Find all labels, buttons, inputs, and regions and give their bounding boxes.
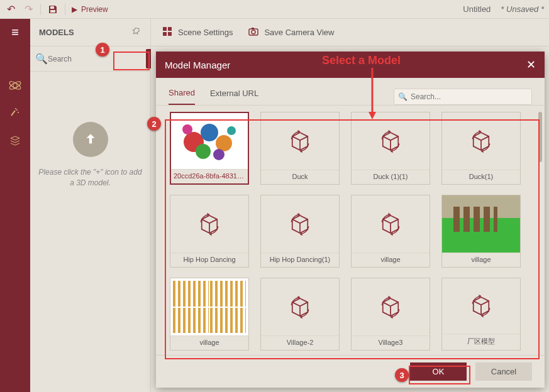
pin-icon[interactable] bbox=[131, 26, 141, 38]
tab-shared[interactable]: Shared bbox=[169, 88, 195, 105]
model-card[interactable]: 20ccd26a-8bfa-4831-ab82-... bbox=[170, 112, 249, 185]
svg-point-20 bbox=[182, 124, 192, 134]
top-toolbar: ↶ ↷ ▶ Preview Untitled * Unsaved * bbox=[0, 0, 549, 19]
model-card-label: Hip Hop Dancing bbox=[170, 253, 248, 267]
svg-rect-9 bbox=[168, 27, 172, 31]
search-icon: 🔍 bbox=[35, 53, 48, 65]
close-icon[interactable]: ✕ bbox=[526, 58, 536, 72]
search-icon: 🔍 bbox=[398, 92, 408, 101]
cancel-button[interactable]: Cancel bbox=[475, 362, 532, 381]
model-card[interactable]: Hip Hop Dancing bbox=[170, 195, 249, 268]
layers-nav-icon[interactable] bbox=[7, 133, 23, 149]
upload-placeholder-icon bbox=[73, 122, 108, 157]
annotation-step-1: 1 bbox=[96, 43, 109, 57]
model-card-label: village bbox=[170, 335, 248, 350]
modal-tabs: Shared External URL 🔍 bbox=[156, 78, 545, 106]
scene-settings-button[interactable]: Scene Settings bbox=[162, 26, 233, 39]
model-card-label: 厂区模型 bbox=[442, 334, 520, 350]
model-thumbnail bbox=[170, 278, 248, 335]
model-thumbnail bbox=[352, 112, 430, 170]
model-card[interactable]: Duck (1)(1) bbox=[351, 112, 430, 185]
play-icon: ▶ bbox=[72, 5, 77, 14]
camera-icon bbox=[248, 26, 259, 39]
model-thumbnail bbox=[352, 195, 430, 253]
document-title: Untitled bbox=[463, 4, 491, 14]
model-thumbnail bbox=[171, 113, 248, 169]
svg-point-7 bbox=[15, 108, 16, 109]
model-thumbnail bbox=[442, 195, 520, 253]
effects-nav-icon[interactable] bbox=[7, 105, 23, 121]
panel-title: MODELS bbox=[39, 28, 74, 37]
model-thumbnail bbox=[442, 278, 520, 334]
model-card-label: 20ccd26a-8bfa-4831-ab82-... bbox=[171, 169, 248, 183]
modal-search-input[interactable] bbox=[394, 89, 532, 105]
model-card[interactable]: village bbox=[441, 195, 521, 268]
annotation-step-3: 3 bbox=[395, 368, 409, 382]
model-card[interactable]: Village3 bbox=[351, 278, 430, 351]
svg-rect-8 bbox=[163, 27, 167, 31]
nav-rail: ≡ bbox=[0, 19, 30, 392]
model-card[interactable]: Village-2 bbox=[260, 278, 340, 351]
save-camera-label: Save Camera View bbox=[264, 28, 334, 37]
svg-rect-10 bbox=[163, 32, 167, 36]
scrollbar[interactable] bbox=[538, 112, 542, 162]
model-card[interactable]: Duck(1) bbox=[441, 112, 521, 185]
model-thumbnail bbox=[261, 112, 339, 170]
svg-point-5 bbox=[16, 109, 18, 111]
model-thumbnail bbox=[352, 278, 430, 335]
model-card-label: village bbox=[352, 253, 430, 267]
model-thumbnail bbox=[170, 195, 248, 253]
models-panel: MODELS 🔍 ＋ Add Please click the "+" icon… bbox=[30, 19, 151, 392]
annotation-step-2: 2 bbox=[147, 117, 161, 131]
preview-label: Preview bbox=[81, 5, 108, 14]
svg-point-21 bbox=[227, 126, 236, 135]
scene-settings-icon bbox=[162, 26, 173, 39]
model-card[interactable]: 厂区模型 bbox=[441, 278, 521, 351]
panel-empty-message: Please click the "+" icon to add a 3D mo… bbox=[30, 167, 150, 188]
preview-button[interactable]: ▶ Preview bbox=[72, 5, 108, 14]
model-card-label: village bbox=[442, 253, 520, 267]
model-card-label: Village3 bbox=[352, 335, 430, 350]
model-manager-modal: Model Manager ✕ Shared External URL 🔍 20… bbox=[156, 52, 545, 388]
save-camera-button[interactable]: Save Camera View bbox=[248, 26, 334, 39]
svg-rect-11 bbox=[168, 32, 172, 36]
menu-icon[interactable]: ≡ bbox=[11, 25, 19, 40]
model-thumbnail bbox=[261, 195, 339, 253]
ok-button[interactable]: OK bbox=[410, 362, 467, 381]
svg-rect-1 bbox=[50, 10, 55, 13]
model-card-label: Duck(1) bbox=[442, 170, 520, 184]
svg-rect-14 bbox=[252, 28, 254, 30]
svg-point-16 bbox=[201, 124, 218, 141]
document-status: * Unsaved * bbox=[501, 4, 544, 14]
redo-icon[interactable]: ↷ bbox=[23, 4, 34, 15]
model-thumbnail bbox=[261, 278, 339, 335]
modal-title: Model Manager bbox=[165, 60, 230, 70]
model-thumbnail bbox=[442, 112, 520, 170]
svg-point-6 bbox=[18, 112, 19, 113]
modal-header: Model Manager ✕ bbox=[156, 52, 545, 78]
tab-external-url[interactable]: External URL bbox=[210, 89, 258, 104]
scene-settings-label: Scene Settings bbox=[178, 28, 233, 37]
svg-point-13 bbox=[252, 30, 255, 34]
model-card[interactable]: village bbox=[351, 195, 430, 268]
model-card-label: Duck (1)(1) bbox=[352, 170, 430, 184]
svg-rect-0 bbox=[50, 6, 54, 9]
model-card[interactable]: village bbox=[170, 278, 249, 351]
modal-footer: OK Cancel bbox=[156, 355, 545, 388]
svg-point-19 bbox=[213, 149, 225, 160]
secondary-toolbar: Scene Settings Save Camera View bbox=[150, 19, 549, 46]
models-nav-icon[interactable] bbox=[7, 77, 23, 94]
panel-search-row: 🔍 ＋ Add bbox=[30, 46, 150, 72]
model-card[interactable]: Duck bbox=[260, 112, 340, 185]
model-card-label: Duck bbox=[261, 170, 339, 184]
model-grid: 20ccd26a-8bfa-4831-ab82-...DuckDuck (1)(… bbox=[170, 112, 538, 351]
svg-marker-4 bbox=[13, 83, 17, 88]
svg-point-18 bbox=[196, 144, 211, 159]
save-icon[interactable] bbox=[47, 4, 58, 15]
model-card-label: Hip Hop Dancing(1) bbox=[261, 253, 339, 267]
undo-icon[interactable]: ↶ bbox=[5, 4, 16, 15]
model-card[interactable]: Hip Hop Dancing(1) bbox=[260, 195, 340, 268]
model-card-label: Village-2 bbox=[261, 335, 339, 350]
